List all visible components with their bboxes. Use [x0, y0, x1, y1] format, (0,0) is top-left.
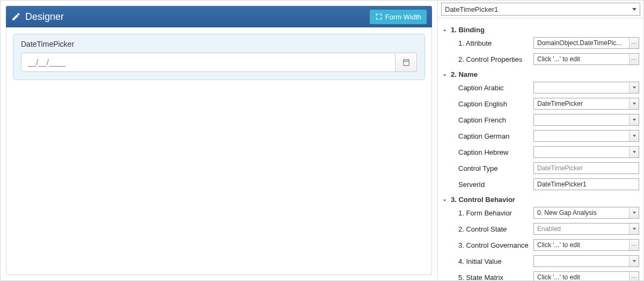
- dropdown-button: [629, 224, 639, 234]
- property-label: 4. Initial Value: [442, 257, 533, 265]
- property-label: Control Type: [442, 164, 533, 172]
- property-row: Control TypeDateTimePicker: [442, 161, 639, 175]
- property-label: Caption Hebrew: [442, 148, 533, 156]
- dropdown-button[interactable]: [629, 82, 639, 93]
- property-label: 1. Attribute: [442, 39, 533, 47]
- app-root: Designer Form Width DateTimePicker: [0, 0, 644, 281]
- form-width-button[interactable]: Form Width: [370, 10, 427, 24]
- dropdown-button[interactable]: [629, 207, 639, 218]
- property-grid-pane: DateTimePicker1 ⌄1. Binding1. AttributeD…: [438, 1, 643, 280]
- date-input[interactable]: [21, 53, 396, 72]
- chevron-down-icon: ⌄: [442, 196, 449, 203]
- ellipsis-button[interactable]: ···: [629, 54, 639, 64]
- property-row: Caption Hebrew: [442, 145, 639, 159]
- property-row: Caption Arabic: [442, 81, 639, 95]
- category-header[interactable]: ⌄3. Control Behavior: [442, 196, 639, 204]
- property-value-input[interactable]: DateTimePicker1: [533, 178, 639, 190]
- designer-title-text: Designer: [25, 11, 64, 23]
- ellipsis-button[interactable]: ···: [629, 240, 639, 250]
- property-row: ServerIdDateTimePicker1: [442, 177, 639, 191]
- object-selector-value: DateTimePicker1: [445, 5, 498, 13]
- property-value-text: DomainObject.DateTimePic...: [537, 39, 622, 47]
- property-row: 3. Control GovernanceClick '...' to edit…: [442, 238, 639, 252]
- property-value-cell: 0. New Gap Analysis: [533, 207, 639, 219]
- property-value-cell: [533, 114, 639, 126]
- dropdown-button[interactable]: [629, 147, 639, 157]
- property-grid[interactable]: ⌄1. Binding1. AttributeDomainObject.Date…: [438, 18, 643, 280]
- property-value-cell: DateTimePicker: [533, 98, 639, 110]
- property-row: 2. Control PropertiesClick '...' to edit…: [442, 52, 639, 66]
- property-value-text: Click '...' to edit: [537, 241, 580, 249]
- property-value-text: Enabled: [537, 225, 561, 233]
- object-selector-row: DateTimePicker1: [438, 1, 643, 18]
- property-label: 3. Control Governance: [442, 241, 533, 249]
- property-row: Caption German: [442, 129, 639, 143]
- property-row: 1. AttributeDomainObject.DateTimePic...·…: [442, 36, 639, 50]
- ellipsis-button[interactable]: ···: [629, 38, 639, 48]
- control-caption: DateTimePicker: [21, 40, 417, 48]
- form-width-label: Form Width: [385, 13, 421, 21]
- dropdown-button[interactable]: [629, 131, 639, 141]
- property-value-input[interactable]: 0. New Gap Analysis: [533, 207, 639, 219]
- chevron-down-icon: ⌄: [442, 70, 449, 77]
- property-value-cell: [533, 82, 639, 93]
- property-value-input: DateTimePicker: [533, 162, 639, 174]
- designer-header: Designer Form Width: [6, 6, 432, 27]
- property-value-cell: DomainObject.DateTimePic...···: [533, 37, 639, 49]
- property-value-input[interactable]: [533, 82, 639, 93]
- property-value-cell: Click '...' to edit···: [533, 271, 639, 280]
- chevron-down-icon: ⌄: [442, 26, 449, 33]
- property-value-input[interactable]: DomainObject.DateTimePic...: [533, 37, 639, 49]
- calendar-button[interactable]: [396, 53, 417, 72]
- designer-canvas[interactable]: DateTimePicker: [6, 27, 432, 275]
- dropdown-button[interactable]: [629, 256, 639, 266]
- property-value-text: DateTimePicker: [537, 100, 583, 107]
- property-row: 4. Initial Value: [442, 254, 639, 268]
- property-value-cell: Click '...' to edit···: [533, 239, 639, 251]
- category-label: 3. Control Behavior: [451, 196, 515, 204]
- property-label: Caption French: [442, 116, 533, 124]
- calendar-icon: [402, 58, 411, 67]
- property-label: Caption German: [442, 132, 533, 140]
- property-value-cell: Enabled: [533, 223, 639, 235]
- date-input-row: [21, 53, 417, 72]
- property-value-cell: [533, 130, 639, 142]
- property-label: Caption Arabic: [442, 84, 533, 92]
- property-row: 5. State MatrixClick '...' to edit···: [442, 270, 639, 280]
- property-value-input[interactable]: Click '...' to edit: [533, 271, 639, 280]
- property-value-input[interactable]: DateTimePicker: [533, 98, 639, 110]
- property-label: 1. Form Behavior: [442, 209, 533, 217]
- category-header[interactable]: ⌄2. Name: [442, 70, 639, 78]
- property-row: 1. Form Behavior0. New Gap Analysis: [442, 206, 639, 220]
- datetimepicker-control[interactable]: DateTimePicker: [13, 34, 425, 80]
- ellipsis-button[interactable]: ···: [629, 272, 639, 280]
- dropdown-button[interactable]: [629, 98, 639, 109]
- property-value-text: Click '...' to edit: [537, 55, 580, 63]
- category-label: 1. Binding: [451, 26, 485, 34]
- category-header[interactable]: ⌄1. Binding: [442, 26, 639, 34]
- dropdown-button[interactable]: [629, 114, 639, 125]
- property-value-cell: [533, 146, 639, 158]
- property-label: Caption English: [442, 100, 533, 108]
- property-value-input[interactable]: [533, 146, 639, 158]
- property-value-cell: DateTimePicker: [533, 162, 639, 174]
- object-selector[interactable]: DateTimePicker1: [441, 3, 640, 16]
- expand-icon: [375, 13, 383, 20]
- category-label: 2. Name: [451, 70, 478, 78]
- property-value-text: DateTimePicker: [537, 164, 583, 172]
- property-value-input[interactable]: [533, 114, 639, 126]
- property-row: 2. Control StateEnabled: [442, 222, 639, 236]
- property-label: 5. State Matrix: [442, 273, 533, 281]
- property-label: ServerId: [442, 181, 533, 189]
- property-value-text: Click '...' to edit: [537, 273, 580, 280]
- property-value-input[interactable]: [533, 255, 639, 267]
- property-value-input[interactable]: [533, 130, 639, 142]
- property-value-cell: DateTimePicker1: [533, 178, 639, 190]
- property-row: Caption EnglishDateTimePicker: [442, 97, 639, 111]
- property-value-cell: [533, 255, 639, 267]
- property-value-text: DateTimePicker1: [537, 181, 587, 188]
- property-value-input[interactable]: Click '...' to edit: [533, 239, 639, 251]
- property-label: 2. Control State: [442, 225, 533, 233]
- property-value-input[interactable]: Click '...' to edit: [533, 53, 639, 65]
- designer-pane: Designer Form Width DateTimePicker: [1, 1, 438, 280]
